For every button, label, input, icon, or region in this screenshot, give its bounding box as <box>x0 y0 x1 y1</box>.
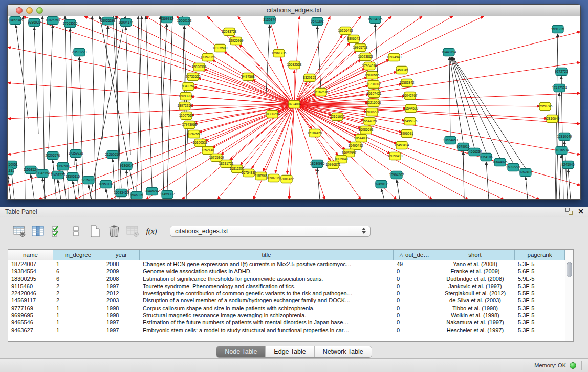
cell-in_degree[interactable]: 1 <box>53 326 103 334</box>
select-column-icon[interactable] <box>30 223 47 239</box>
graph-node[interactable]: 17359928 <box>69 150 83 158</box>
graph-node[interactable]: 15060103 <box>177 17 192 25</box>
table-row[interactable]: 1872400712008Changes of HCN gene express… <box>8 260 573 268</box>
graph-node[interactable]: 19262553 <box>187 130 202 138</box>
column-header-pagerank[interactable]: pagerank <box>515 250 565 260</box>
cell-short[interactable]: Dudbridge et al. (2008) <box>435 275 515 282</box>
graph-node[interactable]: 18972250 <box>178 102 192 110</box>
cell-title[interactable]: Tourette syndrome. Phenomenology and cla… <box>140 282 394 290</box>
cell-title[interactable]: Changes of HCN gene expression and I(f) … <box>140 260 394 268</box>
cell-year[interactable]: 2009 <box>103 268 140 275</box>
window-titlebar[interactable]: citations_edges.txt <box>8 5 580 16</box>
graph-node[interactable]: 15582538 <box>287 61 302 69</box>
cell-title[interactable]: Embryonic stem cells: a model to study s… <box>140 326 394 334</box>
function-builder-icon[interactable]: f(x) <box>144 223 160 239</box>
graph-node[interactable]: 9272723 <box>555 68 568 76</box>
graph-node[interactable]: 20206576 <box>46 152 60 160</box>
cell-pagerank[interactable]: 5.3E-5 <box>515 297 565 304</box>
cell-short[interactable]: de Silva et al. (2003) <box>435 297 515 304</box>
graph-node[interactable]: 22083728 <box>222 28 237 36</box>
graph-node[interactable]: 17973968 <box>182 121 197 129</box>
column-header-short[interactable]: short <box>435 250 515 260</box>
graph-node[interactable]: 15184459 <box>308 129 322 137</box>
cell-pagerank[interactable]: 5.3E-5 <box>515 326 565 334</box>
tab-node-table[interactable]: Node Table <box>216 346 265 357</box>
cell-name[interactable]: 9465546 <box>8 319 53 326</box>
scrollbar-thumb[interactable] <box>567 262 572 277</box>
cell-short[interactable]: Wolkin et al. (1998) <box>435 312 515 319</box>
cell-title[interactable]: Investigating the contribution of common… <box>140 290 394 297</box>
graph-node[interactable]: 15818565 <box>365 72 380 79</box>
citation-network-canvas[interactable]: 1845234593869201102675317663515190263981… <box>8 16 580 200</box>
tab-edge-table[interactable]: Edge Table <box>265 346 314 357</box>
cell-name[interactable]: 9115460 <box>8 282 53 290</box>
graph-node[interactable]: 10644025 <box>493 159 508 166</box>
graph-node[interactable]: 21260654 <box>105 151 120 159</box>
graph-node[interactable]: 13942757 <box>35 170 50 178</box>
cell-pagerank[interactable]: 5.5E-5 <box>515 290 565 297</box>
graph-node[interactable]: 18300295 <box>265 111 280 118</box>
graph-node[interactable]: 16042767 <box>403 92 418 100</box>
cell-pagerank[interactable]: 5.3E-5 <box>515 312 565 319</box>
graph-node[interactable]: 17964016 <box>362 62 377 70</box>
cell-year[interactable]: 1998 <box>103 312 140 319</box>
cell-year[interactable]: 1997 <box>103 319 140 326</box>
graph-node[interactable]: 12810645 <box>545 115 560 123</box>
graph-node[interactable]: 9386920 <box>28 19 41 27</box>
graph-node[interactable]: 9186914 <box>120 162 133 170</box>
table-settings-icon[interactable] <box>11 223 28 239</box>
table-row[interactable]: 2242004622012Investigating the contribut… <box>8 290 573 297</box>
cell-out_degree[interactable]: 0 <box>394 312 435 319</box>
graph-node[interactable]: 9546325 <box>130 192 143 200</box>
cell-short[interactable]: Nakamura et al. (1997) <box>435 319 515 326</box>
graph-node[interactable]: 20732625 <box>186 73 201 81</box>
graph-node[interactable]: 9806543 <box>347 35 360 43</box>
graph-node[interactable]: 16256493 <box>338 27 353 35</box>
graph-node[interactable]: 18185500 <box>213 45 228 52</box>
graph-node[interactable]: 19026398 <box>101 17 116 25</box>
cell-year[interactable]: 2008 <box>103 260 140 268</box>
graph-node[interactable]: 15958745 <box>538 103 553 111</box>
graph-node[interactable]: 12974943 <box>387 54 402 61</box>
cell-name[interactable]: 18300295 <box>8 275 53 282</box>
graph-node[interactable]: 9854186 <box>480 154 493 161</box>
graph-node[interactable]: 8320155 <box>303 74 316 82</box>
cell-name[interactable]: 9777169 <box>8 304 53 312</box>
table-row[interactable]: 977716911998Corpus callosum shape and si… <box>8 304 573 312</box>
cell-pagerank[interactable]: 5.3E-5 <box>515 304 565 312</box>
graph-node[interactable]: 11459382 <box>160 191 175 199</box>
graph-node[interactable]: 19965718 <box>353 44 368 52</box>
cell-title[interactable]: Estimation of the future numbers of pati… <box>140 319 394 326</box>
cell-in_degree[interactable]: 2 <box>53 297 103 304</box>
graph-node[interactable]: 10964502 <box>389 171 404 179</box>
cell-in_degree[interactable]: 2 <box>53 290 103 297</box>
cell-name[interactable]: 9699695 <box>8 312 53 319</box>
table-row[interactable]: 969969511998Structural magnetic resonanc… <box>8 312 573 319</box>
graph-node[interactable]: 10958187 <box>99 181 114 188</box>
cell-out_degree[interactable]: 0 <box>394 290 435 297</box>
graph-node[interactable]: 10996871 <box>326 161 341 169</box>
cell-out_degree[interactable]: 0 <box>394 326 435 334</box>
cell-out_degree[interactable]: 49 <box>394 260 435 268</box>
graph-node[interactable]: 16086693 <box>359 126 374 134</box>
graph-node[interactable]: 13505115 <box>66 173 80 181</box>
graph-node[interactable]: 9497568 <box>242 73 255 81</box>
delete-trash-icon[interactable] <box>106 223 122 239</box>
graph-node[interactable]: 16904174 <box>119 19 134 27</box>
graph-node[interactable]: 7252148 <box>201 147 214 155</box>
cell-short[interactable]: Jankovic et al. (1997) <box>435 282 515 290</box>
cell-name[interactable]: 14569117 <box>8 297 53 304</box>
cell-out_degree[interactable]: 0 <box>394 304 435 312</box>
clear-selection-icon[interactable] <box>68 223 84 239</box>
cell-pagerank[interactable]: 5.3E-5 <box>515 282 565 290</box>
graph-node[interactable]: 9591235 <box>551 26 564 33</box>
cell-out_degree[interactable]: 0 <box>394 319 435 326</box>
cell-in_degree[interactable]: 1 <box>53 312 103 319</box>
cell-in_degree[interactable]: 1 <box>53 260 103 268</box>
graph-node[interactable]: 13216066 <box>366 99 381 107</box>
graph-node[interactable]: 9245046 <box>561 161 575 169</box>
graph-node[interactable]: 18664458 <box>443 137 458 144</box>
graph-node[interactable]: 9262402 <box>519 169 532 177</box>
column-header-title[interactable]: title <box>140 250 394 260</box>
cell-name[interactable]: 18724007 <box>8 260 53 268</box>
